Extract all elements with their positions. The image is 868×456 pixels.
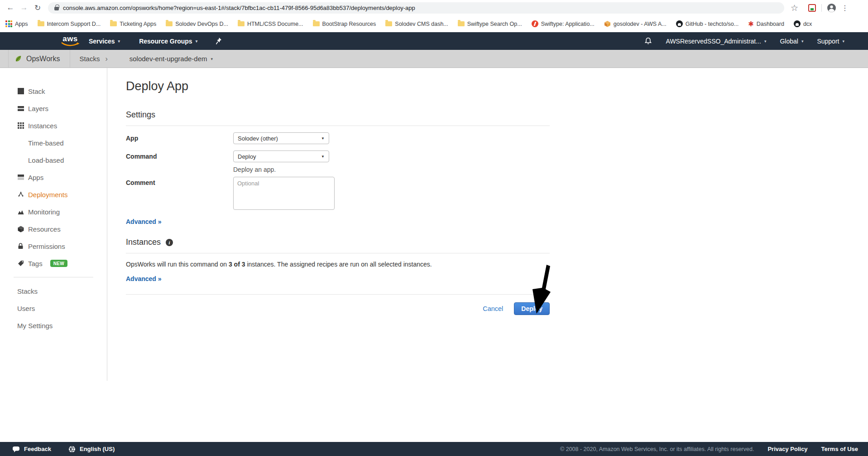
advanced-instances-link[interactable]: Advanced » — [126, 275, 162, 282]
nav-region[interactable]: Global▾ — [780, 38, 803, 45]
section-divider — [126, 294, 550, 295]
info-icon[interactable]: i — [166, 239, 173, 246]
extension-icon[interactable] — [808, 4, 816, 12]
lock-icon — [54, 7, 59, 10]
aws-smile-icon — [61, 42, 80, 47]
language-selector[interactable]: English (US) — [68, 446, 115, 453]
sidebar-item-apps[interactable]: Apps — [0, 169, 107, 186]
sidebar-item-time-based[interactable]: Time-based — [0, 134, 107, 151]
monitoring-icon — [17, 209, 24, 215]
bookmark-item[interactable]: HTML/CSS Docume... — [238, 21, 303, 27]
aws-logo[interactable]: aws — [61, 35, 80, 47]
aws-logo-text: aws — [62, 35, 78, 42]
apps-label: Apps — [15, 21, 28, 27]
opsworks-leaf-icon — [14, 55, 22, 63]
lock-icon — [17, 243, 24, 249]
bookmark-item[interactable]: Solodev DevOps D... — [166, 21, 228, 27]
footer: Feedback English (US) © 2008 - 2020, Ama… — [0, 442, 868, 456]
dashboard-flower-icon: ✱ — [748, 20, 754, 27]
bell-icon[interactable] — [644, 37, 652, 45]
sidebar-item-instances[interactable]: Instances — [0, 117, 107, 134]
sidebar-item-users[interactable]: Users — [0, 300, 107, 317]
apps-launcher[interactable]: Apps — [5, 20, 28, 27]
back-icon[interactable]: ← — [4, 3, 17, 12]
sidebar-item-stack[interactable]: Stack — [0, 82, 107, 100]
github-icon — [676, 20, 683, 27]
sidebar-item-load-based[interactable]: Load-based — [0, 151, 107, 169]
swiftype-icon — [532, 20, 538, 27]
sidebar-item-deployments[interactable]: Deployments — [0, 186, 107, 203]
breadcrumb-stack-name[interactable]: solodev-ent-upgrade-dem ▾ — [108, 55, 213, 63]
nav-support[interactable]: Support▾ — [817, 38, 844, 45]
comment-textarea[interactable] — [233, 177, 335, 210]
apps-window-icon — [17, 174, 24, 180]
section-divider — [126, 126, 550, 126]
refresh-icon[interactable]: ↻ — [31, 3, 44, 13]
bookmark-item[interactable]: BootStrap Resources — [313, 21, 376, 27]
nav-account[interactable]: AWSReservedSSO_Administrat...▾ — [666, 38, 767, 45]
sidebar-item-stacks[interactable]: Stacks — [0, 282, 107, 300]
folder-icon — [110, 21, 117, 26]
aws-navbar: aws Services▾ Resource Groups▾ AWSReserv… — [0, 32, 868, 50]
breadcrumb-opsworks[interactable]: OpsWorks — [9, 55, 70, 63]
sidebar-item-tags[interactable]: Tags NEW — [0, 255, 107, 272]
advanced-settings-link[interactable]: Advanced » — [126, 218, 162, 225]
app-select-value: Solodev (other) — [238, 135, 278, 142]
sidebar-item-monitoring[interactable]: Monitoring — [0, 203, 107, 220]
bookmark-item[interactable]: Ticketing Apps — [110, 21, 156, 27]
bookmark-item[interactable]: GitHub - techcto/so... — [676, 20, 739, 27]
sidebar-item-my-settings[interactable]: My Settings — [0, 317, 107, 334]
sidebar-item-resources[interactable]: Resources — [0, 220, 107, 238]
breadcrumb: OpsWorks Stacks › solodev-ent-upgrade-de… — [0, 50, 868, 68]
app-select[interactable]: Solodev (other) ▼ — [233, 132, 329, 144]
feedback-button[interactable]: Feedback — [12, 446, 51, 453]
sidebar-item-permissions[interactable]: Permissions — [0, 238, 107, 255]
bookmark-star-icon[interactable]: ☆ — [791, 3, 798, 13]
browser-toolbar: ← → ↻ console.aws.amazon.com/opsworks/ho… — [0, 0, 868, 15]
address-bar[interactable]: console.aws.amazon.com/opsworks/home?reg… — [48, 2, 784, 14]
sidebar: Stack Layers Instances Time-based — [0, 68, 107, 381]
chevron-down-icon: ▾ — [211, 57, 213, 61]
folder-icon — [166, 21, 173, 26]
bookmark-item[interactable]: Swiftype: Applicatio... — [532, 20, 595, 27]
apps-grid-icon — [5, 20, 12, 27]
bookmark-item[interactable]: Solodev CMS dash... — [385, 21, 448, 27]
app-label: App — [126, 132, 233, 144]
folder-icon — [458, 21, 465, 26]
github-icon — [794, 20, 801, 27]
bookmark-item[interactable]: ✱Dashboard — [748, 20, 784, 27]
settings-heading: Settings — [126, 110, 868, 120]
instances-grid-icon — [17, 122, 24, 129]
forward-icon[interactable]: → — [17, 3, 31, 12]
command-select[interactable]: Deploy ▼ — [233, 150, 329, 162]
instances-summary: OpsWorks will run this command on 3 of 3… — [126, 261, 868, 268]
folder-icon — [385, 21, 392, 26]
command-select-value: Deploy — [238, 153, 256, 160]
cancel-button[interactable]: Cancel — [483, 305, 503, 312]
pin-icon[interactable] — [216, 37, 222, 45]
bookmark-item[interactable]: Intercom Support D... — [38, 21, 101, 27]
profile-icon[interactable] — [827, 4, 836, 12]
chevron-down-icon: ▾ — [764, 39, 767, 44]
resources-cube-icon — [17, 226, 24, 233]
url-text[interactable]: console.aws.amazon.com/opsworks/home?reg… — [63, 5, 415, 11]
sidebar-divider — [14, 277, 93, 277]
chevron-down-icon: ▾ — [801, 39, 804, 44]
folder-icon — [238, 21, 245, 26]
copyright-text: © 2008 - 2020, Amazon Web Services, Inc.… — [560, 446, 754, 452]
deploy-button[interactable]: Deploy — [514, 302, 550, 315]
bookmark-item[interactable]: dcx — [794, 20, 812, 27]
browser-menu-icon[interactable]: ⋮ — [841, 4, 852, 12]
chevron-down-icon: ▾ — [118, 39, 120, 44]
nav-resource-groups[interactable]: Resource Groups▾ — [139, 38, 197, 45]
bookmarks-bar: Apps Intercom Support D... Ticketing App… — [0, 15, 868, 32]
bookmark-item[interactable]: gosolodev - AWS A... — [604, 20, 667, 27]
feedback-bubble-icon — [12, 446, 20, 453]
deployments-icon — [17, 191, 24, 198]
bookmark-item[interactable]: Swiftype Search Op... — [458, 21, 522, 27]
nav-services[interactable]: Services▾ — [89, 38, 120, 45]
sidebar-item-layers[interactable]: Layers — [0, 100, 107, 117]
terms-of-use-link[interactable]: Terms of Use — [821, 446, 858, 452]
privacy-policy-link[interactable]: Privacy Policy — [767, 446, 807, 452]
breadcrumb-stacks[interactable]: Stacks › — [70, 55, 107, 63]
